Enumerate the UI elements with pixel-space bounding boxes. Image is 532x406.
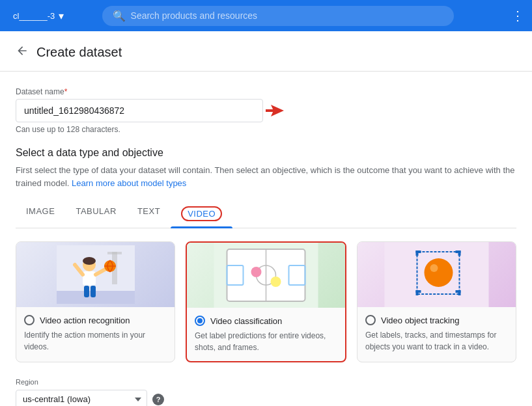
form-section: Dataset name* Can use up to 128 characte… [0, 72, 532, 134]
svg-point-7 [83, 257, 96, 265]
nav-right: ⋮ [511, 8, 524, 23]
card-image-1 [16, 242, 175, 307]
search-input[interactable] [131, 10, 443, 21]
page-content: Create dataset Dataset name* Can use up … [0, 31, 532, 406]
project-name: cl______-3 [13, 11, 55, 21]
card-body-1: Video action recognition Identify the ac… [16, 307, 175, 360]
tab-text[interactable]: TEXT [127, 200, 171, 228]
card-desc-1: Identify the action moments in your vide… [24, 329, 167, 353]
svg-rect-13 [84, 286, 89, 297]
card-classification[interactable]: Video classification Get label predictio… [186, 241, 346, 362]
search-bar: 🔍 [102, 6, 454, 26]
card-image-3 [357, 242, 516, 307]
tab-video[interactable]: VIDEO [171, 200, 232, 228]
card-body-3: Video object tracking Get labels, tracks… [357, 307, 516, 360]
svg-point-34 [430, 264, 438, 272]
illustration-action [57, 245, 135, 304]
card-radio-row-2: Video classification [195, 316, 337, 326]
region-label: Region [16, 378, 516, 386]
svg-rect-14 [91, 286, 96, 297]
project-selector[interactable]: cl______-3 ▾ [8, 7, 69, 25]
top-nav: cl______-3 ▾ 🔍 ⋮ [0, 0, 532, 31]
back-button[interactable] [16, 44, 29, 61]
svg-rect-26 [416, 250, 419, 256]
apps-icon[interactable]: ⋮ [511, 8, 524, 23]
region-select[interactable]: us-central1 (Iowa) us-east1 (South Carol… [16, 390, 147, 406]
data-type-section: Select a data type and objective First s… [0, 134, 532, 362]
radio-classification[interactable] [195, 316, 205, 326]
svg-rect-30 [416, 290, 419, 295]
card-image-2 [187, 243, 345, 308]
radio-action-recognition[interactable] [24, 315, 35, 325]
card-radio-row-3: Video object tracking [365, 315, 508, 325]
objective-cards: Video action recognition Identify the ac… [16, 241, 516, 362]
section-desc: First select the type of data your datas… [16, 164, 516, 189]
tab-image[interactable]: IMAGE [16, 200, 65, 228]
dataset-name-hint: Can use up to 128 characters. [16, 125, 516, 134]
help-icon[interactable]: ? [152, 394, 164, 405]
card-title-3: Video object tracking [381, 316, 459, 325]
tab-tabular[interactable]: TABULAR [65, 200, 127, 228]
region-row: us-central1 (Iowa) us-east1 (South Carol… [16, 390, 516, 406]
svg-rect-28 [458, 250, 461, 256]
project-chevron: ▾ [59, 10, 64, 22]
page-header: Create dataset [0, 31, 532, 72]
arrow-indicator [266, 105, 284, 116]
region-section: Region us-central1 (Iowa) us-east1 (Sout… [0, 378, 532, 406]
learn-more-model-types-link[interactable]: Learn more about model types [72, 178, 186, 188]
section-title: Select a data type and objective [16, 147, 516, 159]
dataset-name-input[interactable] [16, 99, 263, 122]
card-action-recognition[interactable]: Video action recognition Identify the ac… [16, 241, 175, 362]
svg-rect-32 [458, 290, 461, 295]
tab-video-outline: VIDEO [181, 206, 222, 221]
svg-rect-4 [107, 252, 122, 254]
svg-point-33 [425, 258, 453, 287]
card-desc-2: Get label predictions for entire videos,… [195, 330, 337, 353]
card-desc-3: Get labels, tracks, and timestamps for o… [365, 329, 508, 353]
page-title: Create dataset [36, 45, 122, 60]
search-icon: 🔍 [113, 10, 126, 22]
dataset-name-input-wrapper [16, 99, 263, 122]
card-body-2: Video classification Get label predictio… [187, 308, 345, 361]
radio-object-tracking[interactable] [365, 315, 376, 325]
svg-point-20 [271, 277, 281, 287]
svg-rect-8 [83, 271, 96, 286]
card-radio-row-1: Video action recognition [24, 315, 167, 325]
tabs: IMAGE TABULAR TEXT VIDEO [16, 200, 516, 228]
svg-point-19 [251, 267, 262, 277]
illustration-classification [187, 243, 345, 308]
illustration-tracking [357, 242, 516, 307]
card-object-tracking[interactable]: Video object tracking Get labels, tracks… [357, 241, 516, 362]
dataset-name-label: Dataset name* [16, 87, 516, 96]
svg-rect-1 [266, 109, 273, 112]
card-title-1: Video action recognition [40, 316, 130, 325]
card-title-2: Video classification [210, 316, 282, 326]
